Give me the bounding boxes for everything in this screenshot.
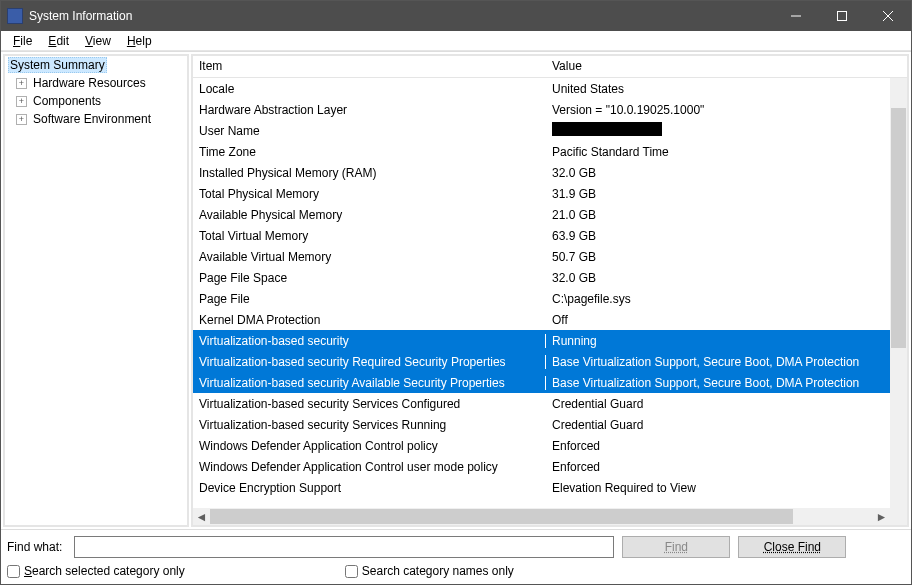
column-header-value[interactable]: Value [546, 56, 907, 77]
cell-item: Time Zone [193, 145, 546, 159]
menu-view[interactable]: View [77, 32, 119, 50]
table-row[interactable]: Available Physical Memory21.0 GB [193, 204, 891, 225]
cell-item: Virtualization-based security Services R… [193, 418, 546, 432]
table-row[interactable]: User Name [193, 120, 891, 141]
check-category-names[interactable]: Search category names only [345, 564, 514, 578]
table-row[interactable]: Virtualization-based securityRunning [193, 330, 891, 351]
cell-item: Page File Space [193, 271, 546, 285]
tree-item-system-summary[interactable]: System Summary [5, 56, 187, 74]
table-row[interactable]: Virtualization-based security Available … [193, 372, 891, 393]
table-row[interactable]: LocaleUnited States [193, 78, 891, 99]
cell-item: Total Virtual Memory [193, 229, 546, 243]
cell-value: Pacific Standard Time [546, 145, 891, 159]
cell-value: Enforced [546, 439, 891, 453]
category-tree[interactable]: System Summary + Hardware Resources + Co… [3, 54, 189, 527]
cell-item: Hardware Abstraction Layer [193, 103, 546, 117]
cell-item: Locale [193, 82, 546, 96]
table-row[interactable]: Page File Space32.0 GB [193, 267, 891, 288]
check-selected-category[interactable]: Search selected category only [7, 564, 185, 578]
cell-item: User Name [193, 124, 546, 138]
table-row[interactable]: Virtualization-based security Services C… [193, 393, 891, 414]
table-row[interactable]: Windows Defender Application Control use… [193, 456, 891, 477]
window-title: System Information [29, 9, 773, 23]
minimize-button[interactable] [773, 1, 819, 31]
table-row[interactable]: Installed Physical Memory (RAM)32.0 GB [193, 162, 891, 183]
expand-icon[interactable]: + [16, 96, 27, 107]
menu-edit[interactable]: Edit [40, 32, 77, 50]
cell-value: Off [546, 313, 891, 327]
cell-item: Available Physical Memory [193, 208, 546, 222]
cell-item: Virtualization-based security [193, 334, 546, 348]
cell-item: Windows Defender Application Control pol… [193, 439, 546, 453]
app-icon [7, 8, 23, 24]
table-row[interactable]: Available Virtual Memory50.7 GB [193, 246, 891, 267]
table-row[interactable]: Total Virtual Memory63.9 GB [193, 225, 891, 246]
cell-value: Running [546, 334, 891, 348]
scrollbar-thumb[interactable] [210, 509, 793, 524]
main-split: System Summary + Hardware Resources + Co… [1, 51, 911, 529]
tree-item-components[interactable]: + Components [5, 92, 187, 110]
scroll-corner [890, 491, 907, 508]
svg-rect-0 [838, 12, 847, 21]
close-button[interactable] [865, 1, 911, 31]
details-list: Item Value LocaleUnited StatesHardware A… [191, 54, 909, 527]
tree-item-software-environment[interactable]: + Software Environment [5, 110, 187, 128]
window-controls [773, 1, 911, 31]
list-header: Item Value [193, 56, 907, 78]
cell-value: Base Virtualization Support, Secure Boot… [546, 355, 891, 369]
find-input[interactable] [74, 536, 614, 558]
cell-value: Base Virtualization Support, Secure Boot… [546, 376, 891, 390]
table-row[interactable]: Hardware Abstraction LayerVersion = "10.… [193, 99, 891, 120]
menubar: File Edit View Help [1, 31, 911, 51]
table-row[interactable]: Total Physical Memory31.9 GB [193, 183, 891, 204]
menu-help[interactable]: Help [119, 32, 160, 50]
maximize-button[interactable] [819, 1, 865, 31]
cell-value: 32.0 GB [546, 166, 891, 180]
cell-value: 63.9 GB [546, 229, 891, 243]
table-row[interactable]: Page FileC:\pagefile.sys [193, 288, 891, 309]
cell-item: Device Encryption Support [193, 481, 546, 495]
cell-item: Page File [193, 292, 546, 306]
find-label: Find what: [7, 540, 66, 554]
menu-file[interactable]: File [5, 32, 40, 50]
cell-value: 21.0 GB [546, 208, 891, 222]
redacted-value [552, 122, 662, 136]
cell-item: Windows Defender Application Control use… [193, 460, 546, 474]
cell-item: Installed Physical Memory (RAM) [193, 166, 546, 180]
table-row[interactable]: Device Encryption SupportElevation Requi… [193, 477, 891, 498]
checkbox[interactable] [7, 565, 20, 578]
cell-value: Version = "10.0.19025.1000" [546, 103, 891, 117]
close-find-button[interactable]: Close Find [738, 536, 846, 558]
vertical-scrollbar[interactable] [890, 78, 907, 491]
checkbox[interactable] [345, 565, 358, 578]
cell-value [546, 122, 891, 139]
scroll-right-button[interactable]: ► [873, 508, 890, 525]
list-body[interactable]: LocaleUnited StatesHardware Abstraction … [193, 78, 907, 508]
cell-value: Enforced [546, 460, 891, 474]
table-row[interactable]: Time ZonePacific Standard Time [193, 141, 891, 162]
cell-item: Total Physical Memory [193, 187, 546, 201]
table-row[interactable]: Virtualization-based security Services R… [193, 414, 891, 435]
column-header-item[interactable]: Item [193, 56, 546, 77]
table-row[interactable]: Virtualization-based security Required S… [193, 351, 891, 372]
app-window: System Information File Edit View Help S… [0, 0, 912, 585]
cell-value: 50.7 GB [546, 250, 891, 264]
tree-item-hardware-resources[interactable]: + Hardware Resources [5, 74, 187, 92]
cell-item: Kernel DMA Protection [193, 313, 546, 327]
cell-value: Credential Guard [546, 397, 891, 411]
find-bar: Find what: Find Close Find [1, 529, 911, 562]
find-button[interactable]: Find [622, 536, 730, 558]
cell-value: 31.9 GB [546, 187, 891, 201]
table-row[interactable]: Windows Defender Application Control pol… [193, 435, 891, 456]
scrollbar-thumb[interactable] [891, 108, 906, 348]
expand-icon[interactable]: + [16, 114, 27, 125]
cell-item: Virtualization-based security Services C… [193, 397, 546, 411]
cell-item: Available Virtual Memory [193, 250, 546, 264]
expand-icon[interactable]: + [16, 78, 27, 89]
cell-item: Virtualization-based security Required S… [193, 355, 546, 369]
horizontal-scrollbar[interactable]: ◄ ► [193, 508, 907, 525]
titlebar[interactable]: System Information [1, 1, 911, 31]
table-row[interactable]: Kernel DMA ProtectionOff [193, 309, 891, 330]
scroll-left-button[interactable]: ◄ [193, 508, 210, 525]
cell-value: Elevation Required to View [546, 481, 891, 495]
